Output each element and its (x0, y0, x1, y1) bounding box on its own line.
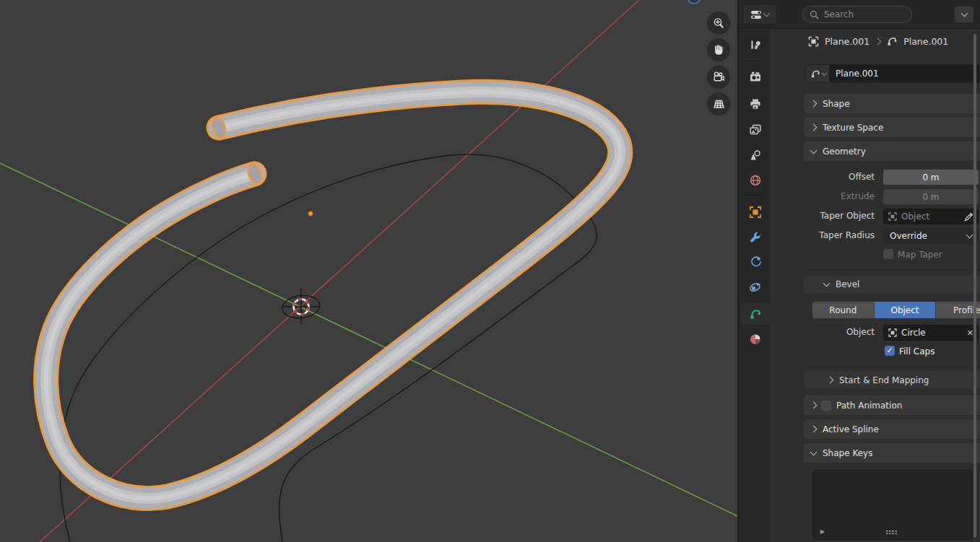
hand-icon (712, 43, 725, 56)
tab-modifiers[interactable] (740, 227, 770, 248)
datablock-name-input[interactable]: Plane.001 (830, 64, 980, 83)
tab-output[interactable] (740, 93, 770, 115)
offset-value: 0 m (922, 172, 939, 183)
printer-icon (749, 98, 762, 110)
pan-gizmo-button[interactable] (707, 38, 730, 61)
breadcrumb: Plane.001 Plane.001 (808, 35, 948, 47)
tool-icon (749, 39, 761, 51)
bevel-object-value: Circle (901, 328, 963, 338)
zoom-gizmo-button[interactable] (707, 12, 730, 35)
fill-caps-checkbox[interactable]: ✓ (885, 346, 895, 356)
orthographic-toggle-button[interactable] (707, 92, 730, 115)
camera-icon (712, 71, 726, 84)
taper-radius-dropdown[interactable]: Override (883, 228, 979, 244)
extrude-row: Extrude 0 m (770, 189, 978, 204)
chevron-down-icon (966, 232, 974, 239)
curve-data-icon (749, 307, 762, 320)
properties-header: Search (739, 0, 980, 29)
shape-keys-list[interactable]: ▶ (812, 470, 973, 540)
render-icon (749, 71, 762, 83)
curve-data-icon (886, 35, 898, 47)
properties-tab-strip (739, 30, 770, 542)
chevron-right-icon (810, 124, 818, 131)
panel-geometry[interactable]: Geometry (804, 141, 980, 161)
map-taper-checkbox[interactable] (883, 249, 893, 259)
tab-render[interactable] (740, 66, 770, 87)
clear-icon[interactable]: ✕ (967, 328, 974, 338)
extrude-label: Extrude (804, 191, 875, 201)
filter-dropdown-button[interactable] (955, 6, 974, 22)
viewport-scene (0, 0, 737, 542)
object-origin-dot[interactable] (308, 211, 313, 217)
tab-tool[interactable] (740, 34, 770, 56)
search-placeholder: Search (824, 9, 854, 19)
search-icon (810, 10, 819, 19)
tab-separator (743, 195, 766, 196)
properties-editor: Search (737, 0, 980, 542)
tab-object-data-curve[interactable] (740, 303, 770, 325)
layers-images-icon (749, 124, 762, 136)
panel-shape-keys[interactable]: Shape Keys (804, 443, 980, 463)
constraints-icon (748, 281, 762, 294)
taper-object-row: Taper Object Object (770, 209, 978, 224)
physics-icon (749, 255, 762, 268)
panel-path-animation[interactable]: Path Animation (804, 395, 980, 415)
panel-shape[interactable]: Shape (804, 94, 980, 113)
panel-title: Active Spline (823, 424, 879, 434)
list-resize-grip[interactable] (885, 530, 897, 535)
editor-type-button[interactable] (744, 5, 776, 24)
panel-title: Texture Space (823, 123, 883, 133)
scrollbar[interactable] (974, 34, 976, 538)
tab-view-layer[interactable] (740, 119, 770, 141)
extrude-value: 0 m (922, 192, 939, 202)
datablock-name-value: Plane.001 (836, 69, 879, 79)
fill-caps-label: Fill Caps (899, 346, 935, 357)
3d-viewport[interactable] (0, 0, 737, 542)
tab-physics[interactable] (740, 251, 770, 273)
panel-title: Shape (823, 99, 850, 109)
object-icon (888, 328, 897, 337)
nav-gizmo-partial[interactable] (688, 0, 701, 4)
chevron-down-icon (821, 70, 826, 75)
properties-content: Plane.001 Plane.001 (770, 30, 978, 542)
chevron-down-icon (961, 10, 968, 17)
breadcrumb-data[interactable]: Plane.001 (903, 36, 948, 47)
object-icon (888, 212, 897, 221)
search-input[interactable]: Search (802, 6, 912, 23)
tab-object[interactable] (740, 201, 770, 223)
properties-editor-icon (750, 9, 763, 20)
filter-expand-icon[interactable]: ▶ (820, 528, 825, 535)
bevel-object-field[interactable]: Circle ✕ (883, 325, 979, 341)
chevron-right-icon (875, 38, 882, 45)
path-animation-checkbox[interactable] (821, 401, 831, 411)
tab-scene[interactable] (740, 144, 770, 166)
subpanel-start-end-mapping[interactable]: Start & End Mapping (804, 371, 980, 389)
tab-material[interactable] (740, 328, 770, 350)
separator (804, 366, 980, 367)
panel-active-spline[interactable]: Active Spline (804, 419, 980, 439)
fill-caps-row: ✓ Fill Caps (770, 345, 978, 358)
taper-object-field[interactable]: Object (883, 209, 979, 224)
tab-world[interactable] (740, 170, 770, 191)
extrude-field[interactable]: 0 m (883, 189, 979, 204)
scene-icon (749, 149, 762, 162)
bevel-mode-object[interactable]: Object (875, 302, 937, 318)
separator (804, 269, 980, 270)
axis-y-green-line (0, 163, 737, 516)
chevron-right-icon (810, 426, 818, 433)
axis-x-red-line (40, 0, 639, 542)
offset-field[interactable]: 0 m (883, 170, 979, 185)
bevel-mode-segmented: Round Object Profile (812, 302, 980, 318)
subpanel-title: Bevel (836, 279, 859, 289)
wire-curve-object[interactable] (60, 154, 597, 542)
id-type-button[interactable] (806, 64, 830, 83)
eyedropper-icon[interactable] (964, 212, 974, 222)
tab-constraints[interactable] (740, 276, 770, 298)
camera-view-gizmo-button[interactable] (707, 66, 730, 89)
subpanel-bevel[interactable]: Bevel (804, 275, 980, 293)
bevel-mode-round[interactable]: Round (812, 302, 875, 318)
breadcrumb-object[interactable]: Plane.001 (825, 36, 870, 47)
wrench-icon (749, 231, 762, 244)
blender-window: Search (0, 0, 980, 542)
panel-texture-space[interactable]: Texture Space (804, 118, 980, 137)
